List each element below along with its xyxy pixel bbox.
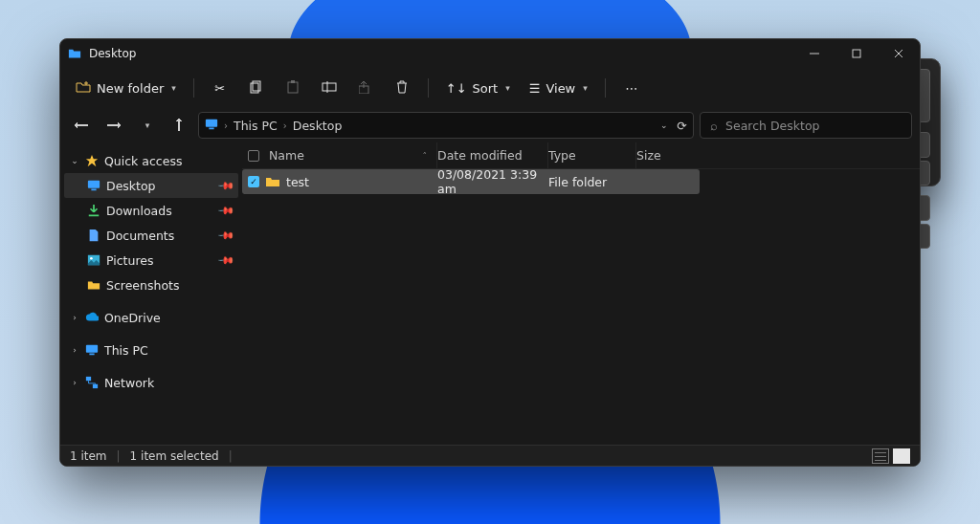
folder-icon xyxy=(68,47,81,60)
file-list-area: Name ˄ Date modified Type Size test 03/0… xyxy=(242,142,920,445)
more-button[interactable]: ⋯ xyxy=(615,74,648,102)
more-icon: ⋯ xyxy=(625,81,637,96)
sidebar-item-label: Network xyxy=(104,376,154,390)
status-item-count: 1 item xyxy=(70,449,107,463)
sort-button[interactable]: ↑↓ Sort ▾ xyxy=(438,74,518,102)
chevron-down-icon[interactable]: ⌄ xyxy=(660,120,668,130)
recent-locations-button[interactable]: ▾ xyxy=(133,112,160,139)
svg-rect-10 xyxy=(91,189,96,191)
view-button[interactable]: ☰ View ▾ xyxy=(522,74,595,102)
toolbar: New folder ▾ ✂ ↑↓ Sort ▾ ☰ View ▾ ⋯ xyxy=(60,68,920,108)
details-view-button[interactable] xyxy=(872,448,889,464)
column-header-name[interactable]: Name ˄ xyxy=(248,142,437,168)
sidebar-quick-access[interactable]: ⌄ Quick access xyxy=(64,148,238,173)
sidebar-item-desktop[interactable]: Desktop 📌 xyxy=(64,173,238,198)
cloud-icon xyxy=(85,311,99,324)
copy-button[interactable] xyxy=(240,74,273,102)
svg-rect-8 xyxy=(209,127,213,129)
chevron-right-icon[interactable]: › xyxy=(70,378,79,387)
sidebar-network[interactable]: › Network xyxy=(64,370,238,395)
forward-button[interactable]: 🠖 xyxy=(100,112,127,139)
breadcrumb-this-pc[interactable]: This PC xyxy=(234,119,278,133)
back-button[interactable]: 🠔 xyxy=(68,112,95,139)
file-list[interactable]: test 03/08/2021 3:39 am File folder xyxy=(242,169,920,445)
sort-indicator-icon: ˄ xyxy=(423,151,428,161)
svg-point-12 xyxy=(90,257,93,260)
svg-rect-3 xyxy=(288,82,298,93)
new-button[interactable]: New folder ▾ xyxy=(68,74,184,102)
chevron-down-icon: ▾ xyxy=(171,83,176,93)
paste-button[interactable] xyxy=(277,74,309,102)
search-placeholder: Search Desktop xyxy=(725,119,819,133)
navigation-pane[interactable]: ⌄ Quick access Desktop 📌 Downloads 📌 Doc… xyxy=(60,142,242,445)
search-input[interactable]: ⌕ Search Desktop xyxy=(700,112,912,139)
delete-button[interactable] xyxy=(386,74,418,102)
new-label: New folder xyxy=(97,81,164,96)
svg-rect-16 xyxy=(93,384,98,388)
file-date: 03/08/2021 3:39 am xyxy=(437,167,548,196)
sidebar-item-downloads[interactable]: Downloads 📌 xyxy=(64,198,238,223)
svg-rect-13 xyxy=(86,345,98,353)
table-row[interactable]: test 03/08/2021 3:39 am File folder xyxy=(242,169,700,194)
minimize-button[interactable] xyxy=(793,39,835,68)
svg-rect-14 xyxy=(89,354,94,356)
chevron-right-icon[interactable]: › xyxy=(70,313,79,322)
sidebar-item-documents[interactable]: Documents 📌 xyxy=(64,223,238,248)
pin-icon: 📌 xyxy=(216,201,234,219)
monitor-icon xyxy=(87,179,100,192)
up-button[interactable]: 🠕 xyxy=(166,112,192,139)
svg-rect-0 xyxy=(853,50,860,57)
column-header-date[interactable]: Date modified xyxy=(437,142,548,168)
thumbnails-view-button[interactable] xyxy=(893,448,910,464)
refresh-button[interactable]: ⟳ xyxy=(678,119,687,133)
cut-button[interactable]: ✂ xyxy=(204,74,236,102)
breadcrumb-desktop[interactable]: Desktop xyxy=(293,119,343,133)
network-icon xyxy=(85,376,99,389)
copy-icon xyxy=(250,80,263,97)
folder-icon xyxy=(87,278,100,292)
file-type: File folder xyxy=(548,175,636,189)
row-checkbox[interactable] xyxy=(248,176,259,187)
view-label: View xyxy=(546,81,575,96)
sort-label: Sort xyxy=(473,81,499,96)
clipboard-icon xyxy=(286,80,300,97)
sidebar-item-label: Documents xyxy=(106,229,174,243)
maximize-button[interactable] xyxy=(835,39,878,68)
share-button[interactable] xyxy=(349,74,382,102)
breadcrumb-sep: › xyxy=(283,120,287,131)
chevron-down-icon: ▾ xyxy=(583,83,588,93)
document-icon xyxy=(87,229,100,242)
rename-icon xyxy=(322,80,337,97)
chevron-down-icon: ▾ xyxy=(505,83,510,93)
file-name: test xyxy=(286,175,309,189)
sidebar-this-pc[interactable]: › This PC xyxy=(64,338,238,362)
close-button[interactable] xyxy=(878,39,920,68)
titlebar[interactable]: Desktop xyxy=(60,39,920,68)
chevron-down-icon[interactable]: ⌄ xyxy=(70,156,79,165)
status-bar: 1 item | 1 item selected | xyxy=(60,445,920,466)
sidebar-onedrive[interactable]: › OneDrive xyxy=(64,305,238,330)
rename-button[interactable] xyxy=(313,74,345,102)
svg-rect-7 xyxy=(206,119,217,126)
sidebar-item-label: Downloads xyxy=(106,204,172,218)
download-icon xyxy=(87,204,100,217)
sidebar-item-screenshots[interactable]: Screenshots xyxy=(64,273,238,297)
breadcrumb-sep: › xyxy=(224,120,228,131)
chevron-right-icon[interactable]: › xyxy=(70,345,79,355)
file-explorer-window: Desktop New folder ▾ ✂ ↑↓ Sort ▾ ☰ View xyxy=(59,38,921,467)
monitor-icon xyxy=(85,343,99,357)
share-icon xyxy=(359,80,372,97)
folder-icon xyxy=(265,174,280,189)
svg-rect-9 xyxy=(88,181,100,188)
address-bar[interactable]: › This PC › Desktop ⌄ ⟳ xyxy=(198,112,694,139)
sort-icon: ↑↓ xyxy=(446,81,467,96)
svg-rect-4 xyxy=(291,80,295,83)
column-headers[interactable]: Name ˄ Date modified Type Size xyxy=(242,142,920,169)
sidebar-item-pictures[interactable]: Pictures 📌 xyxy=(64,248,238,273)
select-all-checkbox[interactable] xyxy=(248,150,259,162)
column-header-type[interactable]: Type xyxy=(548,142,636,168)
column-header-size[interactable]: Size xyxy=(636,142,692,168)
navigation-row: 🠔 🠖 ▾ 🠕 › This PC › Desktop ⌄ ⟳ ⌕ Search… xyxy=(60,108,920,142)
sidebar-item-label: Screenshots xyxy=(106,278,179,293)
monitor-icon xyxy=(205,118,218,134)
